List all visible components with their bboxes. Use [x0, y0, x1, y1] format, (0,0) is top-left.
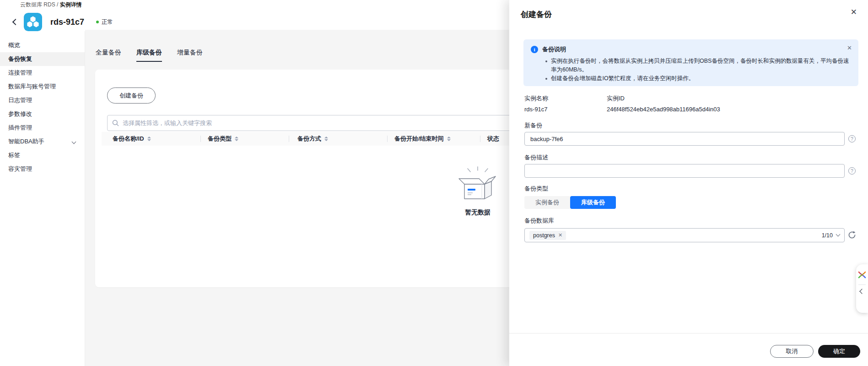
create-backup-drawer: 创建备份 ✕ i 备份说明 ✕ 实例在执行备份时，会将数据从实例上拷贝并压缩后上…	[509, 0, 868, 366]
instance-id-value: 246f48f524eb42e5ad998ab11696a5d4in03	[607, 106, 720, 113]
backup-name-label: 新备份	[524, 121, 542, 130]
confirm-button[interactable]: 确定	[818, 345, 860, 358]
description-input[interactable]	[524, 164, 845, 178]
instance-id-label: 实例ID	[607, 94, 625, 103]
back-button[interactable]	[10, 16, 21, 27]
backup-tabs: 全量备份 库级备份 增量备份	[96, 49, 218, 62]
tab-db-level-backup[interactable]: 库级备份	[136, 49, 162, 62]
backup-type-toggle: 实例备份 库级备份	[524, 196, 616, 209]
column-backup-name-id: 备份名称/ID	[102, 132, 200, 146]
cancel-button[interactable]: 取消	[770, 345, 814, 358]
create-backup-button[interactable]: 创建备份	[107, 87, 156, 104]
alert-bullet-list: 实例在执行备份时，会将数据从实例上拷贝并压缩后上传到OBS备份空间，备份时长和实…	[545, 57, 851, 83]
refresh-icon[interactable]	[847, 230, 857, 240]
page: 云数据库 RDS / 实例详情 rds-91c7 正常 概览 备份恢复 连接管理…	[0, 0, 868, 366]
backup-info-alert: i 备份说明 ✕ 实例在执行备份时，会将数据从实例上拷贝并压缩后上传到OBS备份…	[523, 39, 858, 86]
drawer-close-icon[interactable]: ✕	[851, 8, 857, 16]
sidebar-item-parameters[interactable]: 参数修改	[0, 107, 85, 121]
description-help-icon[interactable]: ?	[848, 167, 856, 175]
alert-bullet: 实例在执行备份时，会将数据从实例上拷贝并压缩后上传到OBS备份空间，备份时长和实…	[545, 57, 851, 74]
drawer-footer: 取消 确定	[509, 333, 868, 366]
floating-side-toolbar	[856, 264, 868, 313]
tab-incremental-backup[interactable]: 增量备份	[177, 49, 203, 62]
sidebar-item-logs[interactable]: 日志管理	[0, 93, 85, 107]
sort-icon[interactable]	[147, 137, 151, 141]
instance-header: rds-91c7 正常	[10, 13, 113, 31]
status-badge: 正常	[96, 18, 113, 26]
column-backup-method: 备份方式	[289, 132, 387, 146]
search-icon	[112, 120, 119, 126]
breadcrumb-current: 实例详情	[60, 1, 82, 8]
instance-name-value: rds-91c7	[524, 106, 548, 113]
description-label: 备份描述	[524, 153, 548, 162]
sidebar-item-db-accounts[interactable]: 数据库与账号管理	[0, 80, 85, 93]
column-backup-time: 备份开始/结束时间	[387, 132, 480, 146]
sidebar-item-plugins[interactable]: 插件管理	[0, 121, 85, 135]
pagination-count: 1/10	[822, 232, 833, 239]
backup-type-db-level-option[interactable]: 库级备份	[570, 196, 616, 209]
sidebar-item-dba-assistant[interactable]: 智能DBA助手	[0, 135, 85, 148]
sidebar-item-connection[interactable]: 连接管理	[0, 66, 85, 80]
column-backup-type: 备份类型	[200, 132, 289, 146]
sort-icon[interactable]	[324, 137, 328, 141]
sidebar-item-dr[interactable]: 容灾管理	[0, 162, 85, 176]
sort-icon[interactable]	[447, 137, 451, 141]
breadcrumb: 云数据库 RDS / 实例详情	[20, 1, 82, 9]
status-ok-icon	[96, 21, 99, 23]
database-tag: postgres ✕	[529, 231, 566, 240]
backup-name-input[interactable]	[524, 132, 845, 146]
tag-remove-icon[interactable]: ✕	[558, 232, 562, 238]
info-icon: i	[531, 46, 538, 53]
instance-name-label: 实例名称	[524, 94, 548, 103]
tab-full-backup[interactable]: 全量备份	[96, 49, 121, 62]
alert-bullet: 创建备份会增加磁盘IO繁忙程度，请在业务空闲时操作。	[545, 74, 851, 83]
breadcrumb-parent[interactable]: 云数据库 RDS	[20, 1, 55, 8]
breadcrumb-separator: /	[57, 1, 60, 8]
backup-name-help-icon[interactable]: ?	[848, 135, 856, 142]
database-select[interactable]: postgres ✕ 1/10	[524, 228, 845, 242]
backup-type-instance-option[interactable]: 实例备份	[524, 196, 570, 209]
sidebar-item-backup-restore[interactable]: 备份恢复	[0, 52, 85, 66]
sidebar-item-tags[interactable]: 标签	[0, 148, 85, 162]
rds-instance-icon	[24, 13, 42, 31]
assistant-logo-icon[interactable]	[858, 271, 866, 279]
chevron-down-icon[interactable]	[836, 232, 841, 237]
status-label: 正常	[102, 18, 113, 26]
sidebar: 概览 备份恢复 连接管理 数据库与账号管理 日志管理 参数修改 插件管理 智能D…	[0, 31, 85, 366]
chevron-down-icon	[72, 140, 76, 144]
alert-title: 备份说明	[542, 45, 566, 54]
sidebar-item-overview[interactable]: 概览	[0, 38, 85, 52]
backup-type-label: 备份类型	[524, 185, 548, 193]
empty-box-icon	[457, 166, 499, 202]
drawer-title: 创建备份	[521, 9, 552, 20]
alert-close-icon[interactable]: ✕	[847, 44, 852, 51]
divider	[858, 284, 866, 285]
back-chevron-icon	[12, 19, 19, 25]
databases-label: 备份数据库	[524, 217, 554, 225]
sort-icon[interactable]	[235, 137, 238, 141]
instance-name: rds-91c7	[50, 17, 84, 27]
collapse-chevron-icon[interactable]	[859, 289, 864, 294]
